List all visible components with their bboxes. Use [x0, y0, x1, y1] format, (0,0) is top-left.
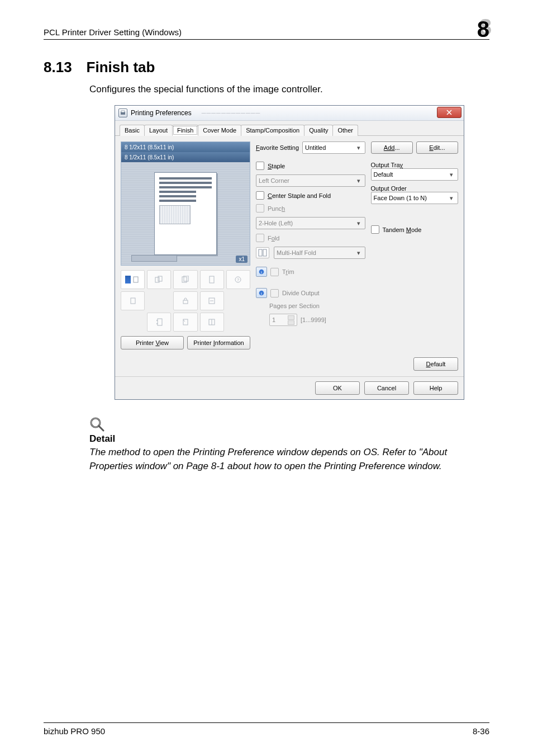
pages-per-section-label: Pages per Section: [269, 303, 320, 309]
tandem-mode-checkbox[interactable]: [371, 225, 379, 234]
svg-rect-1: [121, 111, 125, 112]
pages-per-section-spinner[interactable]: 1: [269, 314, 297, 326]
tab-other[interactable]: Other: [332, 125, 358, 136]
titlebar: Printing Preferences ────────────: [115, 106, 464, 121]
detail-heading: Detail: [89, 433, 489, 445]
tandem-mode-label: Tandem Mode: [383, 226, 422, 233]
page-preview: 8 1/2x11 (8.5x11 in) 8 1/2x11 (8.5x11 in…: [121, 141, 250, 266]
tab-basic[interactable]: Basic: [120, 125, 145, 136]
titlebar-blur-text: ────────────: [202, 110, 261, 116]
printer-view-button[interactable]: Printer View: [121, 336, 184, 349]
header-title: PCL Printer Driver Setting (Windows): [44, 27, 182, 37]
toolbar-help-icon[interactable]: ?: [226, 270, 250, 289]
svg-rect-11: [183, 300, 188, 304]
staple-position-combo[interactable]: Left Corner ▾: [256, 174, 365, 187]
center-staple-label: Center Staple and Fold: [268, 192, 331, 199]
staple-label: Staple: [268, 163, 285, 169]
center-staple-checkbox[interactable]: [256, 191, 264, 200]
preview-tray-icon: [131, 255, 177, 262]
default-button[interactable]: Default: [413, 357, 458, 371]
add-button[interactable]: Add...: [371, 141, 413, 154]
chevron-down-icon: ▾: [355, 144, 363, 152]
svg-rect-10: [131, 298, 135, 304]
svg-rect-4: [158, 276, 162, 281]
toolbar-paper-icon[interactable]: [121, 291, 145, 310]
fold-label: Fold: [268, 235, 279, 242]
cancel-button[interactable]: Cancel: [364, 381, 409, 395]
fold-type-combo[interactable]: Multi-Half Fold ▾: [274, 247, 365, 259]
edit-button[interactable]: Edit...: [416, 141, 458, 154]
toolbar-staple-icon[interactable]: [173, 313, 197, 332]
preview-size-original: 8 1/2x11 (8.5x11 in): [121, 142, 250, 152]
preview-copies-badge: x1: [236, 256, 248, 263]
tab-stamp-composition[interactable]: Stamp/Composition: [241, 125, 304, 136]
divide-output-checkbox[interactable]: [270, 289, 279, 297]
footer-page: 8-36: [473, 726, 489, 736]
info-icon[interactable]: i: [256, 267, 267, 277]
dialog-title: Printing Preferences: [131, 109, 192, 117]
chevron-down-icon: ▾: [448, 194, 455, 202]
divide-output-label: Divide Output: [282, 290, 320, 296]
svg-rect-13: [158, 319, 162, 325]
chapter-badge: 8 8: [469, 17, 489, 37]
section-title: Finish tab: [87, 59, 155, 76]
output-tray-combo[interactable]: Default ▾: [371, 168, 458, 181]
info-icon[interactable]: i: [256, 288, 267, 298]
output-order-label: Output Order: [371, 185, 458, 192]
favorite-setting-label: Favorite Setting: [256, 144, 299, 151]
tab-strip: Basic Layout Finish Cover Mode Stamp/Com…: [115, 121, 464, 136]
trim-checkbox[interactable]: [270, 268, 279, 276]
detail-text: The method to open the Printing Preferen…: [89, 446, 480, 473]
toolbar-offset-icon[interactable]: [147, 270, 171, 289]
punch-position-combo[interactable]: 2-Hole (Left) ▾: [256, 217, 365, 229]
preview-paper: [154, 172, 217, 255]
svg-text:i: i: [261, 270, 262, 275]
tab-quality[interactable]: Quality: [304, 125, 333, 136]
svg-line-26: [99, 426, 103, 431]
toolbar-collate-icon[interactable]: [121, 270, 145, 289]
svg-rect-7: [210, 276, 214, 283]
help-button[interactable]: Help: [413, 381, 458, 395]
toolbar-orientation-icon[interactable]: [200, 270, 224, 289]
pages-per-section-range: [1...9999]: [301, 316, 326, 323]
output-tray-label: Output Tray: [371, 162, 458, 168]
preview-toolbar: ?: [121, 270, 250, 332]
svg-rect-19: [263, 249, 266, 256]
ok-button[interactable]: OK: [315, 381, 360, 395]
svg-rect-3: [155, 277, 159, 282]
toolbar-fold-icon[interactable]: [200, 313, 224, 332]
staple-checkbox[interactable]: [256, 162, 264, 170]
toolbar-fit-icon[interactable]: [200, 291, 224, 310]
chevron-down-icon: ▾: [355, 219, 363, 227]
output-order-combo[interactable]: Face Down (1 to N) ▾: [371, 192, 458, 204]
tab-layout[interactable]: Layout: [144, 125, 173, 136]
toolbar-copies-icon[interactable]: [173, 270, 197, 289]
svg-text:?: ?: [237, 277, 240, 282]
section-lead: Configures the special functions of the …: [89, 84, 489, 95]
printing-preferences-dialog: Printing Preferences ──────────── Basic …: [115, 105, 464, 400]
magnifier-icon: [89, 417, 105, 432]
svg-text:i: i: [261, 291, 262, 296]
tab-finish[interactable]: Finish: [172, 125, 198, 136]
toolbar-punch-icon[interactable]: [147, 313, 171, 332]
chevron-down-icon: ▾: [355, 249, 363, 257]
chevron-down-icon: ▾: [448, 171, 455, 178]
multi-half-fold-icon: [256, 247, 269, 258]
toolbar-lock-icon[interactable]: [173, 291, 197, 310]
preview-size-output: 8 1/2x11 (8.5x11 in): [121, 152, 250, 162]
svg-rect-18: [259, 249, 262, 256]
tab-cover-mode[interactable]: Cover Mode: [198, 125, 241, 136]
punch-checkbox[interactable]: [256, 204, 264, 212]
svg-point-15: [156, 323, 158, 324]
punch-label: Punch: [268, 205, 285, 212]
svg-point-14: [156, 320, 158, 321]
chevron-down-icon: ▾: [355, 177, 363, 185]
printer-icon: [118, 108, 127, 117]
close-icon[interactable]: [437, 107, 461, 118]
trim-label: Trim: [282, 268, 294, 275]
section-number: 8.13: [44, 59, 72, 76]
printer-information-button[interactable]: Printer Information: [187, 336, 250, 349]
favorite-setting-combo[interactable]: Untitled ▾: [302, 141, 365, 154]
svg-rect-2: [134, 277, 138, 282]
fold-checkbox[interactable]: [256, 234, 264, 242]
